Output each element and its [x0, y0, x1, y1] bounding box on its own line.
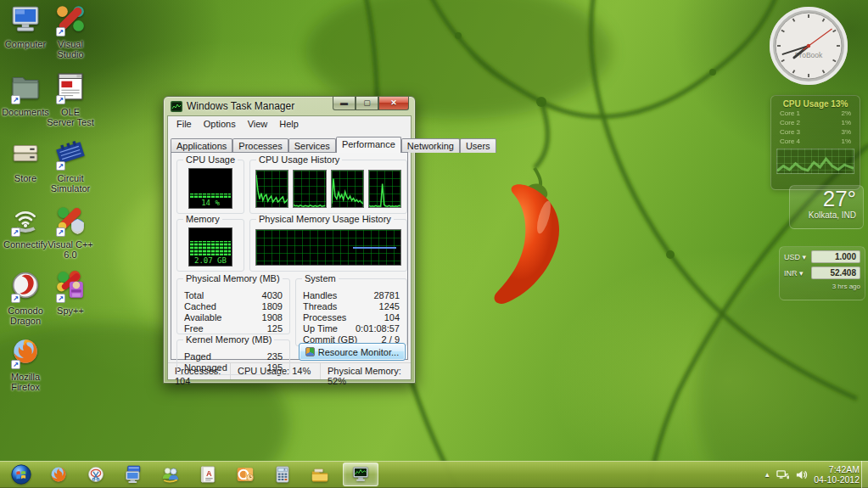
system-tray: ▲ 7:42AM 04-10-2012 [764, 461, 860, 488]
taskbar-messenger-icon[interactable] [156, 463, 185, 486]
taskbar-outlook-icon[interactable] [231, 463, 260, 486]
tab-users[interactable]: Users [460, 138, 496, 153]
taskbar-dictionary-icon[interactable]: A [193, 463, 222, 486]
shortcut-arrow-icon: ↗ [56, 95, 65, 104]
weather-temperature: 27° [797, 187, 856, 210]
currency-gadget[interactable]: USD ▾ 1.000 INR ▾ 52.408 3 hrs ago [779, 246, 865, 300]
window-client-area: File Options View Help Applications Proc… [167, 115, 412, 380]
visual-studio-icon: ↗ [55, 22, 86, 36]
weather-location: Kolkata, IND [797, 210, 856, 220]
icon-label: Spy++ [47, 306, 94, 316]
currency-value-usd[interactable]: 1.000 [811, 250, 860, 263]
memory-usage-line [353, 247, 396, 249]
minimize-button[interactable]: ▬ [333, 97, 356, 110]
kernel-memory-group: Kernel Memory (MB) Paged235 Nonpaged195 [176, 339, 290, 375]
system-group: System Handles28781 Threads1245 Processe… [295, 278, 407, 346]
performance-tab-page: CPU Usage 14 % CPU Usage History [171, 152, 408, 360]
currency-code-usd[interactable]: USD ▾ [784, 253, 806, 261]
desktop: Computer ↗ Visual Studio ↗ Documents ↗ O… [0, 0, 868, 488]
taskbar-remote-desktop-icon[interactable] [119, 463, 148, 486]
stat-row: Total4030 [184, 290, 283, 301]
close-button[interactable]: ✕ [378, 97, 409, 110]
taskbar-explorer-icon[interactable] [305, 463, 334, 486]
computer-icon [10, 22, 41, 36]
stat-row: Processes104 [303, 312, 400, 323]
cpu-usage-gauge: 14 % [188, 168, 232, 209]
shortcut-arrow-icon: ↗ [56, 161, 65, 171]
desktop-icon-visual-studio[interactable]: ↗ Visual Studio [47, 3, 94, 59]
tray-clock[interactable]: 7:42AM 04-10-2012 [814, 464, 860, 485]
wallpaper-chili-plant [0, 0, 868, 488]
desktop-icon-mozilla-firefox[interactable]: ↗ Mozilla Firefox [2, 336, 49, 392]
tab-processes[interactable]: Processes [232, 138, 288, 153]
desktop-icon-ole-server-test[interactable]: ↗ OLE Server Test [47, 71, 94, 127]
cpu-meter-gadget[interactable]: CPU Usage 13% Core 12% Core 21% Core 33%… [770, 95, 860, 190]
desktop-icon-comodo-dragon[interactable]: ↗ Comodo Dragon [2, 270, 49, 326]
clock-gadget[interactable]: ProBook [768, 5, 849, 87]
resource-monitor-button[interactable]: Resource Monitor... [299, 343, 406, 361]
desktop-icon-visual-cpp[interactable]: ↗ Visual C++ 6.0 [47, 204, 94, 260]
shortcut-arrow-icon: ↗ [11, 95, 20, 104]
desktop-icon-connectify[interactable]: ↗ Connectify [2, 204, 49, 250]
ole-server-test-icon: ↗ [55, 90, 86, 104]
menu-options[interactable]: Options [198, 117, 242, 131]
network-icon[interactable] [776, 468, 789, 481]
stat-row: Free125 [184, 323, 283, 334]
cpu-meter-title: CPU Usage 13% [776, 99, 854, 109]
show-desktop-button[interactable] [861, 461, 868, 488]
core-row: Core 41% [776, 137, 854, 146]
stat-row: Available1908 [184, 312, 283, 323]
spy-plus-plus-icon: ↗ [55, 289, 86, 303]
tab-networking[interactable]: Networking [401, 138, 460, 153]
menu-file[interactable]: File [171, 117, 198, 131]
hidden-icons-chevron[interactable]: ▲ [764, 471, 770, 479]
taskbar-firefox-icon[interactable] [44, 463, 73, 486]
desktop-icon-circuit-simulator[interactable]: ↗ Circuit Simulator [47, 137, 94, 194]
taskbar-calculator-icon[interactable]: 8 [268, 463, 297, 486]
circuit-simulator-icon: ↗ [55, 156, 86, 171]
task-manager-app-icon [171, 101, 182, 112]
taskbar-task-manager-button[interactable] [343, 463, 378, 486]
cpu-history-group: CPU Usage History [249, 160, 407, 214]
memory-group: Memory 2.07 GB [176, 219, 244, 272]
taskbar: A 8 ▲ 7:42AM 04-10-2012 [0, 461, 868, 488]
icon-label: Computer [2, 39, 49, 49]
stat-row: Nonpaged195 [184, 362, 283, 373]
taskbar-snipping-tool-icon[interactable] [81, 463, 110, 486]
shortcut-arrow-icon: ↗ [11, 360, 20, 369]
tab-services[interactable]: Services [288, 138, 336, 153]
menu-help[interactable]: Help [273, 117, 305, 131]
desktop-icon-store[interactable]: Store [2, 137, 49, 183]
cpu-meter-mini-graph [776, 149, 854, 174]
maximize-button[interactable]: ▢ [356, 97, 378, 110]
cpu-history-graph-1 [255, 170, 288, 208]
stat-row: Paged235 [184, 351, 283, 362]
currency-code-inr[interactable]: INR ▾ [784, 269, 804, 278]
cpu-usage-value: 14 % [190, 199, 231, 207]
desktop-icon-documents[interactable]: ↗ Documents [2, 71, 49, 117]
shortcut-arrow-icon: ↗ [56, 294, 65, 303]
title-bar[interactable]: Windows Task Manager ▬ ▢ ✕ [164, 97, 415, 115]
icon-label: Connectify [2, 239, 49, 250]
svg-text:8: 8 [284, 468, 286, 472]
desktop-icon-computer[interactable]: Computer [2, 3, 49, 49]
shortcut-arrow-icon: ↗ [11, 294, 20, 303]
volume-icon[interactable] [795, 468, 808, 481]
weather-gadget[interactable]: 27° Kolkata, IND [789, 185, 864, 229]
core-row: Core 21% [776, 118, 854, 127]
icon-label: Visual C++ 6.0 [47, 239, 94, 260]
tab-applications[interactable]: Applications [171, 138, 232, 153]
currency-row: INR ▾ 52.408 [784, 266, 860, 279]
start-button[interactable] [7, 463, 36, 486]
shortcut-arrow-icon: ↗ [56, 27, 65, 36]
tab-performance[interactable]: Performance [336, 137, 401, 153]
tab-strip: Applications Processes Services Performa… [171, 137, 496, 153]
cpu-history-graph-2 [293, 170, 326, 208]
currency-value-inr[interactable]: 52.408 [811, 266, 860, 279]
desktop-icon-spy-plus-plus[interactable]: ↗ Spy++ [47, 270, 94, 316]
menu-view[interactable]: View [242, 117, 274, 131]
connectify-wifi-icon: ↗ [10, 222, 41, 237]
shortcut-arrow-icon: ↗ [11, 227, 20, 237]
window-title: Windows Task Manager [171, 100, 294, 112]
memory-history-group: Physical Memory Usage History [249, 219, 407, 272]
